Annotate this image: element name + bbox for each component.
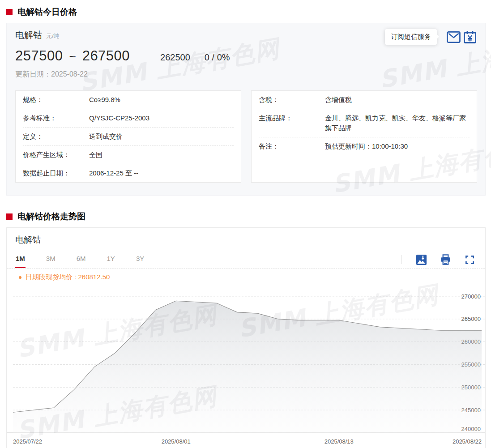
row-value: Co≥99.8% — [89, 95, 234, 105]
time-range-tabs: 1M3M6M1Y3Y — [15, 254, 145, 268]
subscribe-sms-tooltip[interactable]: 订阅短信服务 — [385, 29, 437, 45]
row-value: 2006-12-25 至 -- — [89, 168, 234, 178]
tab-3m[interactable]: 3M — [46, 254, 56, 268]
row-value: 金川、腾远、凯力克、凯实、华友、格派等厂家旗下品牌 — [325, 113, 470, 133]
row-label: 规格： — [23, 95, 89, 105]
fullscreen-button[interactable] — [464, 254, 475, 265]
brand-info-table: 含税：含增值税主流品牌：金川、腾远、凯力克、凯实、华友、格派等厂家旗下品牌备注：… — [251, 90, 477, 183]
area-fill — [13, 301, 482, 433]
toolbar-divider — [401, 255, 402, 264]
update-date-value: 2025-08-22 — [51, 70, 88, 78]
row-label: 定义： — [23, 132, 89, 141]
row-value: 全国 — [89, 150, 234, 160]
section-header-today-price: 电解钴今日价格 — [6, 7, 491, 17]
row-label: 参考标准： — [23, 113, 89, 123]
x-axis-label: 2025/08/22 — [453, 438, 482, 445]
table-row: 价格产生区域：全国 — [23, 145, 234, 164]
section-title: 电解钴今日价格 — [17, 7, 77, 17]
price-subscribe-button[interactable] — [463, 30, 477, 44]
product-name: 电解钴 — [15, 29, 42, 41]
price-doc-icon — [463, 30, 477, 44]
table-row: 含税：含增值税 — [259, 91, 470, 109]
price-high: 267500 — [82, 48, 130, 64]
chart-title: 电解钴 — [15, 235, 485, 245]
product-unit: 元/吨 — [46, 32, 60, 40]
chart-controls-row: 1M3M6M1Y3Y — [15, 254, 476, 268]
legend-label: 日期段现货均价 : 260812.50 — [26, 273, 110, 282]
table-row: 数据起止日期：2006-12-25 至 -- — [23, 164, 234, 182]
x-axis-label: 2025/07/22 — [13, 438, 42, 445]
row-value: 送到成交价 — [89, 132, 234, 141]
x-axis-label: 2025/08/13 — [324, 438, 354, 445]
table-row: 规格：Co≥99.8% — [23, 91, 234, 109]
subscribe-area: 订阅短信服务 — [385, 29, 477, 45]
row-label: 备注： — [259, 141, 325, 151]
table-row: 参考标准：Q/YSJC-CP25-2003 — [23, 109, 234, 127]
section-bullet-icon — [6, 9, 13, 15]
product-header: 电解钴 元/吨 — [15, 29, 60, 41]
chart-legend: 日期段现货均价 : 260812.50 — [19, 273, 485, 282]
print-button[interactable] — [440, 254, 451, 265]
table-row: 备注：预估更新时间：10:00-10:30 — [259, 137, 470, 155]
chart-toolbar — [401, 254, 476, 265]
row-label: 主流品牌： — [259, 113, 325, 133]
section-title: 电解钴价格走势图 — [17, 212, 85, 222]
update-date-row: 更新日期：2025-08-22 — [15, 70, 477, 79]
row-label: 价格产生区域： — [23, 150, 89, 160]
section-header-trend-chart: 电解钴价格走势图 — [6, 212, 491, 222]
tab-1y[interactable]: 1Y — [107, 254, 115, 268]
download-image-icon — [416, 254, 427, 265]
page: SMM 上海有色网 SMM 上海有色网 SMM 上海有色网 SMM 上海有色网 … — [0, 7, 491, 448]
tab-6m[interactable]: 6M — [76, 254, 86, 268]
price-card: 电解钴 元/吨 订阅短信服务 — [6, 23, 486, 196]
row-label: 数据起止日期： — [23, 168, 89, 178]
row-value: 预估更新时间：10:00-10:30 — [325, 141, 470, 151]
fullscreen-icon — [465, 255, 475, 265]
price-row: 257500 ~ 267500 262500 0 / 0% — [15, 48, 477, 64]
chart-card: 电解钴 1M3M6M1Y3Y — [6, 227, 486, 448]
row-value: 含增值税 — [325, 95, 470, 105]
y-axis-label: 265000 — [461, 316, 481, 322]
row-label: 含税： — [259, 95, 325, 105]
x-axis-label: 2025/08/01 — [162, 438, 191, 445]
legend-dot-icon — [19, 276, 21, 279]
tab-3y[interactable]: 3Y — [136, 254, 145, 268]
table-row: 定义：送到成交价 — [23, 127, 234, 145]
spec-table: 规格：Co≥99.8%参考标准：Q/YSJC-CP25-2003定义：送到成交价… — [15, 90, 241, 183]
price-trend-chart: 2400002450002500002550002600002650002700… — [7, 284, 485, 448]
price-separator: ~ — [69, 50, 76, 64]
tab-1m[interactable]: 1M — [15, 254, 26, 268]
download-image-button[interactable] — [415, 254, 427, 265]
update-date-label: 更新日期： — [15, 70, 51, 78]
price-average: 262500 — [160, 52, 190, 63]
price-change: 0 / 0% — [205, 52, 230, 63]
envelope-icon — [447, 31, 461, 43]
row-value: Q/YSJC-CP25-2003 — [89, 113, 234, 123]
email-subscribe-button[interactable] — [446, 30, 461, 44]
price-low: 257500 — [15, 48, 63, 64]
y-axis-label: 270000 — [461, 293, 481, 300]
table-row: 主流品牌：金川、腾远、凯力克、凯实、华友、格派等厂家旗下品牌 — [259, 109, 470, 137]
section-bullet-icon — [6, 213, 13, 220]
print-icon — [440, 254, 451, 265]
tabs-divider — [7, 268, 485, 269]
